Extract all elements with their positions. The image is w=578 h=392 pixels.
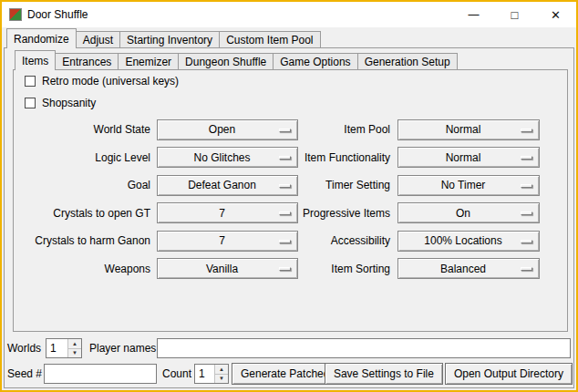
- spin-up-icon[interactable]: ▲: [68, 339, 81, 349]
- spin-up-icon[interactable]: ▲: [215, 365, 228, 375]
- retro-mode-label: Retro mode (universal keys): [42, 75, 179, 88]
- weapons-dropdown[interactable]: Vanilla: [157, 258, 298, 279]
- count-value: 1: [195, 365, 214, 383]
- retro-mode-row: Retro mode (universal keys): [25, 75, 179, 88]
- dropdown-indicator-icon: [279, 129, 291, 132]
- tab-enemizer[interactable]: Enemizer: [118, 53, 179, 70]
- spin-down-icon[interactable]: ▼: [215, 375, 228, 384]
- world-state-dropdown[interactable]: Open: [157, 119, 298, 140]
- retro-mode-checkbox[interactable]: [25, 76, 36, 87]
- tab-items[interactable]: Items: [15, 50, 56, 70]
- tab-generation-setup[interactable]: Generation Setup: [357, 53, 458, 70]
- maximize-button[interactable]: □: [494, 2, 535, 27]
- inner-tab-bar: Items Entrances Enemizer Dungeon Shuffle…: [15, 51, 457, 70]
- minimize-button[interactable]: —: [453, 2, 494, 27]
- shopsanity-label: Shopsanity: [42, 97, 96, 109]
- goal-dropdown[interactable]: Defeat Ganon: [157, 175, 298, 196]
- dropdown-value: No Timer: [441, 179, 497, 191]
- dropdown-indicator-icon: [279, 156, 291, 160]
- goal-label: Goal: [18, 179, 157, 191]
- accessibility-label: Accessibility: [301, 234, 397, 247]
- tab-adjust[interactable]: Adjust: [76, 31, 120, 48]
- spin-down-icon[interactable]: ▼: [68, 349, 81, 358]
- save-settings-button[interactable]: Save Settings to File: [325, 363, 443, 385]
- dropdown-value: Open: [209, 123, 246, 136]
- item-functionality-label: Item Functionality: [301, 151, 397, 164]
- dropdown-value: No Glitches: [193, 151, 261, 164]
- item-sorting-dropdown[interactable]: Balanced: [397, 258, 540, 279]
- dropdown-value: 7: [219, 234, 236, 247]
- player-names-label: Player names: [89, 337, 156, 359]
- dropdown-indicator-icon: [521, 240, 532, 243]
- dropdown-value: Normal: [446, 151, 492, 164]
- crystals-gt-label: Crystals to open GT: [18, 207, 157, 220]
- dropdown-indicator-icon: [521, 156, 532, 160]
- tab-game-options[interactable]: Game Options: [273, 53, 357, 70]
- app-icon[interactable]: [9, 8, 22, 21]
- dropdown-indicator-icon: [521, 184, 532, 188]
- maximize-icon: □: [511, 9, 519, 21]
- timer-setting-dropdown[interactable]: No Timer: [397, 175, 540, 196]
- worlds-spinner[interactable]: 1 ▲ ▼: [46, 338, 82, 358]
- dropdown-indicator-icon: [521, 211, 532, 215]
- dropdown-value: On: [456, 207, 481, 220]
- logic-level-dropdown[interactable]: No Glitches: [157, 147, 298, 168]
- worlds-label: Worlds: [7, 337, 41, 359]
- dropdown-indicator-icon: [279, 267, 291, 271]
- dropdown-value: 100% Locations: [424, 234, 512, 247]
- world-state-label: World State: [18, 123, 157, 136]
- dropdown-indicator-icon: [279, 240, 291, 243]
- item-pool-label: Item Pool: [301, 123, 397, 136]
- crystals-gt-dropdown[interactable]: 7: [157, 202, 298, 223]
- logic-level-label: Logic Level: [18, 151, 157, 164]
- dropdown-indicator-icon: [521, 267, 532, 271]
- tab-dungeon-shuffle[interactable]: Dungeon Shuffle: [178, 53, 274, 70]
- tab-randomize[interactable]: Randomize: [6, 28, 77, 48]
- dropdown-value: Normal: [446, 123, 492, 136]
- count-spin-buttons: ▲ ▼: [214, 365, 228, 383]
- tab-starting-inventory[interactable]: Starting Inventory: [119, 31, 220, 48]
- worlds-value: 1: [46, 339, 67, 357]
- crystals-ganon-label: Crystals to harm Ganon: [18, 234, 157, 247]
- shopsanity-checkbox[interactable]: [25, 98, 36, 108]
- seed-label: Seed #: [7, 363, 42, 385]
- item-functionality-dropdown[interactable]: Normal: [397, 147, 540, 168]
- seed-input[interactable]: [44, 364, 157, 384]
- progressive-items-label: Progressive Items: [301, 207, 397, 220]
- player-names-input[interactable]: [157, 338, 571, 358]
- count-spinner[interactable]: 1 ▲ ▼: [194, 364, 229, 384]
- tab-custom-item-pool[interactable]: Custom Item Pool: [219, 31, 320, 48]
- dropdown-value: Defeat Ganon: [188, 179, 267, 191]
- open-output-directory-button[interactable]: Open Output Directory: [445, 363, 573, 385]
- tab-entrances[interactable]: Entrances: [55, 53, 119, 70]
- dropdown-indicator-icon: [279, 184, 291, 188]
- close-button[interactable]: ✕: [535, 2, 576, 27]
- door-shuffle-window: Door Shuffle — □ ✕ Randomize Adjust Star…: [0, 0, 578, 392]
- worlds-spin-buttons: ▲ ▼: [67, 339, 81, 357]
- item-sorting-label: Item Sorting: [301, 263, 397, 275]
- shopsanity-row: Shopsanity: [25, 97, 96, 109]
- close-icon: ✕: [551, 9, 561, 21]
- accessibility-dropdown[interactable]: 100% Locations: [397, 231, 540, 252]
- crystals-ganon-dropdown[interactable]: 7: [157, 231, 298, 252]
- weapons-label: Weapons: [18, 263, 157, 275]
- output-buttons-group: Save Settings to File Open Output Direct…: [325, 363, 573, 385]
- worlds-row: Worlds 1 ▲ ▼ Player names: [2, 337, 576, 359]
- seed-row: Seed # Count 1 ▲ ▼ Generate Patched Rom …: [2, 363, 576, 385]
- item-pool-dropdown[interactable]: Normal: [397, 119, 540, 140]
- dropdown-value: 7: [219, 207, 236, 220]
- dropdown-indicator-icon: [279, 211, 291, 215]
- settings-grid: World State Open Item Pool Normal Logic …: [18, 116, 540, 283]
- count-label: Count: [162, 363, 191, 385]
- window-controls: — □ ✕: [453, 2, 576, 27]
- timer-setting-label: Timer Setting: [301, 179, 397, 191]
- titlebar[interactable]: Door Shuffle — □ ✕: [2, 2, 576, 27]
- dropdown-indicator-icon: [521, 129, 532, 132]
- dropdown-value: Vanilla: [206, 263, 249, 275]
- progressive-items-dropdown[interactable]: On: [397, 202, 540, 223]
- outer-tab-bar: Randomize Adjust Starting Inventory Cust…: [6, 29, 320, 48]
- window-title: Door Shuffle: [27, 8, 88, 21]
- dropdown-value: Balanced: [440, 263, 497, 275]
- minimize-icon: —: [469, 9, 480, 20]
